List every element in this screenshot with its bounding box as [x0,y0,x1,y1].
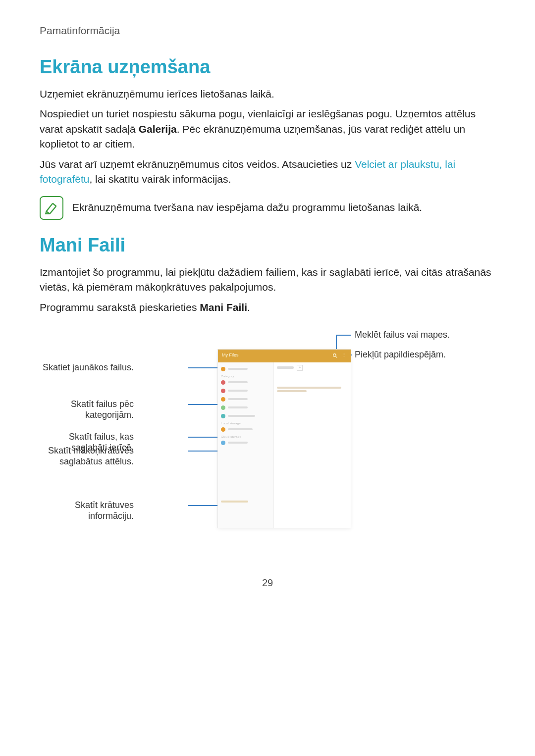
video-icon [221,389,225,393]
tablet-tabbar: + [277,364,348,372]
sidebar-item-recent[interactable] [221,365,270,373]
note-text: Ekrānuzņēmuma tveršana nav iespējama daž… [72,196,495,215]
bold-gallery: Galerija [139,123,177,135]
para-s1-2: Nospiediet un turiet nospiestu sākuma po… [40,106,495,151]
sidebar-item-audio[interactable] [221,396,270,403]
more-icon[interactable]: ⋮ [341,353,347,358]
content-placeholder [277,387,348,392]
callout-storage: Skatīt krātuves informāciju. [40,500,134,521]
svg-point-0 [333,354,336,357]
tablet-header: My Files ⋮ [218,350,351,362]
sidebar-item-images[interactable] [221,379,270,386]
heading-myfiles: Mani Faili [40,235,495,256]
clock-icon [221,367,225,371]
callout-cloud: Skatīt mākoņkrātuvēs saglabātus attēlus. [48,446,134,467]
sidebar-item-storage-details[interactable] [221,498,270,505]
search-icon[interactable] [332,353,338,358]
sidebar-item-downloads[interactable] [221,412,270,420]
note-icon [40,196,63,220]
storage-icon [221,427,225,432]
svg-line-1 [336,356,337,358]
add-tab-button[interactable]: + [297,365,303,371]
para-s2-1: Izmantojiet šo programmu, lai piekļūtu d… [40,265,495,295]
callout-search: Meklēt failus vai mapes. [355,330,450,341]
callout-categories: Skatīt failus pēc kategorijām. [40,399,134,420]
audio-icon [221,397,225,402]
tab-recent[interactable] [277,366,294,369]
bold-myfiles: Mani Faili [200,302,247,313]
page-number: 29 [40,577,495,589]
sidebar-item-dropbox[interactable] [221,439,270,447]
sidebar-section-local: Local storage [221,422,270,425]
figure-myfiles: Meklēt failus vai mapes. Piekļūt papildi… [40,330,495,538]
sidebar-item-videos[interactable] [221,387,270,395]
dropbox-icon [221,441,225,445]
breadcrumb: Pamatinformācija [40,25,495,37]
tablet-screenshot: My Files ⋮ Category [218,350,351,528]
callout-options: Piekļūt papildiespējām. [355,350,446,360]
sidebar-section-category: Category [221,375,270,378]
app-title: My Files [222,353,239,357]
image-icon [221,380,225,385]
para-s1-3: Jūs varat arī uzņemt ekrānuzņēmumus cito… [40,157,495,187]
tablet-sidebar: Category [218,362,274,528]
download-icon [221,414,225,418]
para-s2-2: Programmu sarakstā pieskarieties Mani Fa… [40,300,495,315]
para-s1-1: Uzņemiet ekrānuzņēmumu ierīces lietošana… [40,87,495,101]
sidebar-item-label [228,368,248,370]
heading-screenshot: Ekrāna uzņemšana [40,56,495,78]
sidebar-section-cloud: Cloud storage [221,435,270,438]
callout-recent: Skatiet jaunākos failus. [43,362,134,373]
tablet-content: + [274,362,351,528]
sidebar-item-documents[interactable] [221,404,270,411]
document-icon [221,405,225,410]
sidebar-item-device[interactable] [221,426,270,433]
